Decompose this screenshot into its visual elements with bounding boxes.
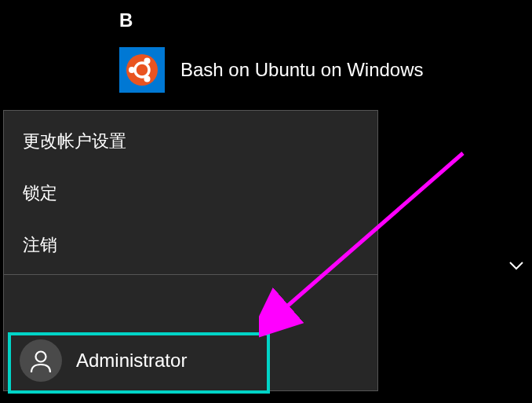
svg-point-2 (129, 67, 135, 73)
ubuntu-icon (119, 47, 165, 93)
user-context-menu: 更改帐户设置 锁定 注销 Administrator (3, 110, 378, 391)
menu-divider (4, 274, 377, 275)
menu-item-account-settings[interactable]: 更改帐户设置 (4, 111, 377, 167)
user-name-label: Administrator (76, 350, 187, 372)
app-list-item[interactable]: Bash on Ubuntu on Windows (119, 47, 424, 93)
section-header-letter: B (119, 9, 133, 31)
svg-point-5 (36, 352, 46, 362)
user-profile-item[interactable]: Administrator (4, 331, 377, 390)
svg-point-4 (144, 76, 151, 82)
menu-item-lock[interactable]: 锁定 (4, 167, 377, 219)
chevron-down-icon[interactable] (508, 258, 524, 274)
menu-item-sign-out[interactable]: 注销 (4, 219, 377, 271)
svg-point-3 (144, 58, 151, 64)
app-label: Bash on Ubuntu on Windows (180, 59, 424, 81)
user-avatar-icon (20, 339, 62, 382)
